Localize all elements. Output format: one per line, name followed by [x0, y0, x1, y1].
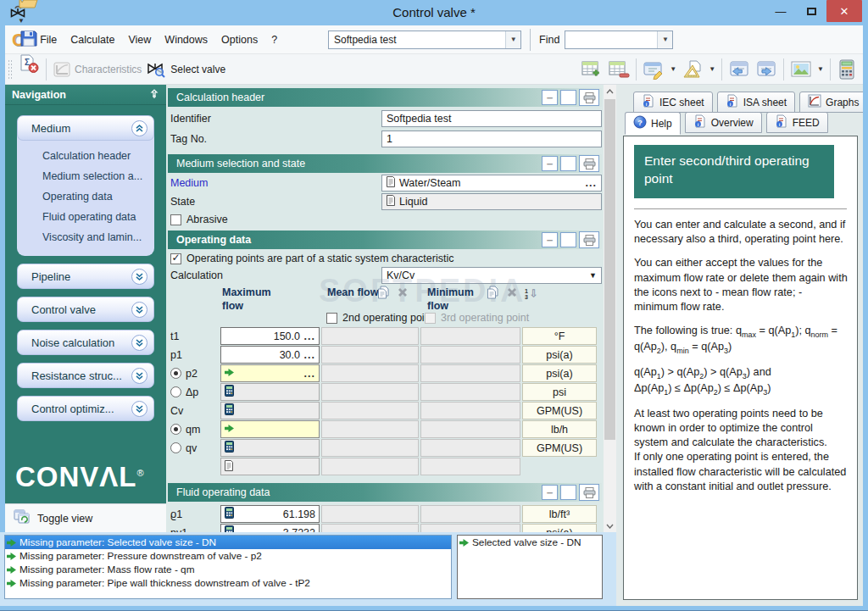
unit-selector-p2[interactable]: psi(a) — [522, 364, 597, 382]
copy-values-icon[interactable] — [377, 286, 390, 302]
expand-chevron-icon[interactable] — [131, 401, 147, 417]
radio-p2[interactable] — [170, 368, 181, 379]
status-message[interactable]: Missing parameter: Selected valve size -… — [5, 536, 451, 549]
nav-item-medium-selection-a[interactable]: Medium selection a... — [42, 166, 149, 186]
expand-section-button[interactable]: + — [560, 156, 576, 171]
toolbar-grip[interactable] — [8, 59, 12, 80]
value-cell-p2-mean[interactable] — [321, 364, 419, 382]
value-cell-p1-mean[interactable] — [321, 346, 419, 364]
value-cell-Cv-mean[interactable] — [321, 402, 419, 419]
unit-selector-qm[interactable]: lb/h — [522, 420, 597, 438]
expand-chevron-icon[interactable] — [131, 335, 147, 351]
scrollbar-thumb[interactable] — [604, 99, 615, 440]
value-cell-Cv-min[interactable] — [420, 402, 520, 419]
unit-selector-pv1[interactable]: psi(a) — [522, 524, 597, 532]
value-cell-t1-min[interactable] — [420, 327, 520, 345]
nav-group-header-pipeline[interactable]: Pipeline — [17, 264, 154, 289]
dimensioning-button[interactable] — [679, 57, 706, 82]
tab-iec-sheet[interactable]: iIEC sheet — [633, 92, 713, 113]
browse-medium-button[interactable]: ... — [586, 177, 597, 189]
window-next-button[interactable] — [753, 57, 780, 82]
print-section-button[interactable] — [579, 231, 599, 248]
value-cell-Δp-max[interactable] — [220, 383, 320, 401]
radio-qm[interactable] — [170, 424, 181, 435]
value-cell-Cv-max[interactable] — [220, 402, 320, 419]
nav-item-calculation-header[interactable]: Calculation header — [42, 146, 149, 166]
chevron-down-icon[interactable]: ▼ — [670, 65, 676, 73]
save-button[interactable] — [15, 25, 42, 51]
window-previous-button[interactable] — [726, 57, 753, 82]
image-button[interactable] — [787, 57, 815, 82]
menu-calculate[interactable]: Calculate — [64, 31, 121, 49]
value-cell-p1-min[interactable] — [420, 346, 520, 364]
unit-selector-t1[interactable]: °F — [522, 327, 597, 345]
find-combo[interactable]: ▼ — [565, 31, 673, 49]
unit-selector-p1[interactable]: psi(a) — [522, 346, 597, 364]
nav-group-header-resistance-struc[interactable]: Resistance struc... — [17, 363, 154, 388]
expand-chevron-icon[interactable] — [131, 302, 147, 318]
scroll-up-icon[interactable] — [604, 85, 616, 97]
expand-section-button[interactable]: + — [560, 232, 576, 247]
value-cell-Δp-mean[interactable] — [321, 383, 419, 401]
state-field[interactable]: Liquid — [381, 193, 602, 210]
close-button[interactable]: ✕ — [826, 0, 862, 22]
main-scrollbar[interactable] — [604, 85, 616, 532]
collapse-section-button[interactable]: − — [542, 232, 558, 247]
minimize-button[interactable]: — — [765, 0, 796, 22]
checkbox-icon[interactable] — [170, 214, 181, 225]
value-cell-ϱ1[interactable]: 61.198 — [220, 505, 320, 523]
maximize-button[interactable] — [796, 0, 826, 22]
status-message[interactable]: Missing parameter: Pipe wall thickness d… — [5, 576, 451, 590]
open-button[interactable] — [15, 0, 42, 14]
unit-selector-qv[interactable]: GPM(US) — [522, 439, 597, 457]
value-cell-note-max[interactable] — [220, 458, 320, 475]
value-cell-t1-mean[interactable] — [321, 327, 419, 345]
toggle-view-button[interactable]: Toggle view — [5, 503, 166, 532]
nav-item-viscosity-and-lamin[interactable]: Viscosity and lamin... — [42, 227, 149, 247]
tab-isa-sheet[interactable]: iISA sheet — [717, 92, 795, 113]
tab-overview[interactable]: iOverview — [685, 112, 762, 133]
value-cell-qv-max[interactable] — [220, 439, 320, 457]
nav-group-header-control-valve[interactable]: Control valve — [17, 297, 154, 322]
copy-values-icon[interactable] — [487, 286, 499, 302]
abrasive-checkbox[interactable]: Abrasive — [170, 214, 228, 225]
expand-section-button[interactable]: + — [560, 485, 576, 500]
collapse-section-button[interactable]: − — [542, 156, 558, 171]
collapse-chevron-icon[interactable] — [131, 120, 147, 136]
unit-selector-Cv[interactable]: GPM(US) — [522, 402, 597, 419]
identifier-input[interactable]: Softpedia test — [381, 110, 602, 127]
menu-windows[interactable]: Windows — [158, 31, 214, 49]
medium-label[interactable]: Medium — [170, 177, 208, 189]
tab-help[interactable]: ?Help — [625, 112, 681, 135]
more-button[interactable]: ... — [304, 368, 315, 380]
unit-selector-ϱ1[interactable]: lb/ft³ — [522, 505, 597, 523]
select-valve-button[interactable]: Select valve — [144, 57, 228, 82]
edit-properties-button[interactable] — [640, 57, 667, 82]
pin-icon[interactable] — [149, 87, 159, 102]
chevron-down-icon[interactable]: ▼ — [657, 31, 672, 48]
value-cell-qv-min[interactable] — [420, 439, 520, 457]
more-button[interactable]: ... — [304, 349, 315, 361]
unit-selector-Δp[interactable]: psi — [522, 383, 597, 401]
calculation-selector-combo[interactable]: Softpedia test ▼ — [328, 31, 521, 49]
nav-item-operating-data[interactable]: Operating data — [42, 186, 149, 207]
scroll-down-icon[interactable] — [604, 519, 616, 532]
value-cell-qm-mean[interactable] — [321, 420, 419, 438]
value-cell-t1-max[interactable]: 150.0... — [220, 327, 320, 345]
chevron-down-icon[interactable]: ▼ — [18, 17, 25, 25]
value-cell-Δp-min[interactable] — [420, 383, 520, 401]
delete-values-icon[interactable] — [397, 286, 409, 301]
delete-calculation-button[interactable]: Σ — [15, 51, 42, 76]
status-message[interactable]: Missing parameter: Pressure downstream o… — [5, 549, 451, 563]
add-table-button[interactable] — [578, 57, 605, 82]
menu-help[interactable]: ? — [264, 31, 284, 49]
collapse-section-button[interactable]: − — [542, 485, 558, 500]
menu-options[interactable]: Options — [214, 31, 264, 49]
checkbox-checked-icon[interactable] — [170, 253, 181, 264]
tag-no-input[interactable]: 1 — [381, 131, 602, 147]
radio-qv[interactable] — [170, 442, 181, 453]
delete-values-icon[interactable] — [506, 286, 518, 301]
calculator-button[interactable] — [834, 57, 860, 82]
nav-group-header-noise-calculation[interactable]: Noise calculation — [17, 330, 154, 355]
medium-selector[interactable]: Water/Steam ... — [381, 175, 602, 192]
